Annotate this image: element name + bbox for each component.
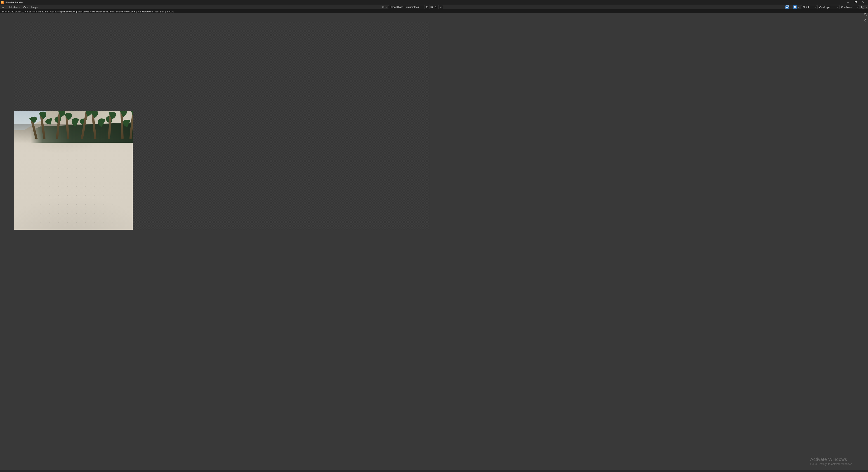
svg-rect-8 xyxy=(786,6,789,9)
image-viewport[interactable]: Activate Windows Go to Settings to activ… xyxy=(0,13,868,472)
blender-icon xyxy=(1,1,4,4)
render-status-text: Frame:150 | Last:02:45.15 Time:02:50.85 … xyxy=(2,10,174,13)
svg-rect-7 xyxy=(431,6,432,8)
image-editor-header: View View Image OceanClose + volumetrics xyxy=(0,5,868,9)
zoom-button[interactable] xyxy=(863,12,868,17)
open-image-button[interactable] xyxy=(434,5,438,9)
image-browse-dropdown[interactable] xyxy=(381,5,388,9)
landscape-icon xyxy=(785,5,789,9)
menu-image[interactable]: Image xyxy=(30,5,39,9)
pan-button[interactable] xyxy=(863,18,868,23)
editor-type-dropdown[interactable] xyxy=(1,5,8,9)
slot-dropdown[interactable]: Slot 4 xyxy=(801,5,817,9)
fake-user-toggle[interactable] xyxy=(425,5,430,9)
menu-view-label: View xyxy=(23,6,29,8)
svg-rect-6 xyxy=(431,6,432,7)
close-button[interactable] xyxy=(860,0,867,5)
image-datablock-buttons xyxy=(425,5,443,9)
watermark-sub: Go to Settings to activate Windows. xyxy=(810,463,853,466)
pass-label: Combined xyxy=(841,6,852,8)
layer-label: ViewLayer xyxy=(819,6,831,8)
display-channels-alpha-button[interactable] xyxy=(793,5,797,9)
image-name-field[interactable]: OceanClose + volumetrics xyxy=(388,5,424,9)
mode-dropdown[interactable]: View xyxy=(8,5,22,9)
watermark-title: Activate Windows xyxy=(810,457,853,462)
maximize-button[interactable] xyxy=(852,0,860,5)
layer-dropdown[interactable]: ViewLayer xyxy=(817,5,839,9)
svg-point-2 xyxy=(2,6,3,7)
shield-icon xyxy=(426,6,428,8)
window-title: Blender Render xyxy=(5,1,23,4)
render-tile-1 xyxy=(14,111,133,230)
windows-activation-watermark: Activate Windows Go to Settings to activ… xyxy=(810,457,853,466)
view-tools xyxy=(863,12,868,23)
paint-mode-icon xyxy=(9,6,12,8)
show-metadata-button[interactable] xyxy=(860,5,865,9)
unlink-image-button[interactable] xyxy=(438,5,443,9)
folder-icon xyxy=(435,6,437,8)
svg-rect-0 xyxy=(855,2,857,3)
minimize-button[interactable] xyxy=(844,0,852,5)
svg-rect-3 xyxy=(10,6,12,8)
new-image-button[interactable] xyxy=(430,5,434,9)
mode-label: View xyxy=(13,6,18,8)
hand-icon xyxy=(864,19,867,22)
magnifier-icon xyxy=(864,13,867,16)
svg-point-10 xyxy=(864,13,866,15)
image-editor-icon xyxy=(2,6,4,8)
close-icon xyxy=(439,6,442,8)
display-channels-color-button[interactable] xyxy=(785,5,789,9)
menu-image-label: Image xyxy=(31,6,38,8)
pass-dropdown[interactable]: Combined xyxy=(839,5,859,9)
image-expand-icon xyxy=(861,6,864,8)
render-frame xyxy=(14,22,429,230)
sphere-icon xyxy=(794,6,796,8)
bottom-bar xyxy=(0,470,868,472)
render-status-line: Frame:150 | Last:02:45.15 Time:02:50.85 … xyxy=(0,9,868,13)
duplicate-icon xyxy=(430,6,433,8)
slot-label: Slot 4 xyxy=(803,6,809,8)
titlebar: Blender Render xyxy=(0,0,868,5)
menu-view[interactable]: View xyxy=(22,5,30,9)
image-browse-icon xyxy=(382,6,385,8)
